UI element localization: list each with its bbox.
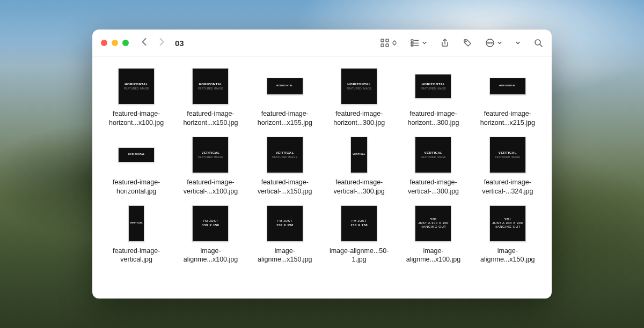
file-name: image-alignme...50-1.jpg xyxy=(324,247,394,265)
svg-rect-6 xyxy=(411,45,413,46)
desktop-wallpaper: 03 xyxy=(0,0,644,328)
file-item[interactable]: YO!JUST A 300 X 200HANGING OUTimage-alig… xyxy=(472,204,543,265)
minimize-button[interactable] xyxy=(112,40,118,46)
group-by-button[interactable] xyxy=(410,38,427,48)
file-thumbnail: VERTICALFEATURED IMAGE xyxy=(267,135,303,175)
svg-line-16 xyxy=(540,44,542,47)
search-button[interactable] xyxy=(533,38,543,48)
svg-rect-2 xyxy=(381,44,384,47)
file-item[interactable]: HORIZONTALfeatured-image-horizont...x215… xyxy=(472,66,543,128)
svg-rect-3 xyxy=(386,44,389,47)
file-name: featured-image-vertical-...324.jpg xyxy=(472,178,543,196)
file-name: featured-image-horizont...300.jpg xyxy=(398,109,469,128)
file-grid-area[interactable]: HORIZONTALFEATURED IMAGEfeatured-image-h… xyxy=(92,57,552,299)
file-item[interactable]: I'M JUST150 X 150image-alignme...x150.jp… xyxy=(250,204,320,265)
forward-button[interactable] xyxy=(158,38,165,48)
finder-window: 03 xyxy=(92,29,552,299)
file-thumbnail: I'M JUST150 X 150 xyxy=(267,204,303,243)
file-item[interactable]: I'M JUST150 X 150image-alignme...50-1.jp… xyxy=(324,204,394,265)
view-icons-button[interactable] xyxy=(380,38,397,48)
file-grid: HORIZONTALFEATURED IMAGEfeatured-image-h… xyxy=(101,66,543,264)
file-thumbnail: I'M JUST150 X 150 xyxy=(192,204,229,243)
file-name: featured-image-vertical-...300.jpg xyxy=(398,178,469,196)
more-actions-button[interactable] xyxy=(485,38,502,48)
file-item[interactable]: HORIZONTALfeatured-image-horizont...x155… xyxy=(250,66,320,128)
file-name: image-alignme...x100.jpg xyxy=(398,247,469,265)
file-thumbnail: HORIZONTALFEATURED IMAGE xyxy=(118,66,155,106)
file-name: image-alignme...x100.jpg xyxy=(175,247,246,265)
file-name: featured-image-vertical-...x100.jpg xyxy=(175,178,246,196)
svg-rect-5 xyxy=(411,42,413,44)
file-thumbnail: HORIZONTALFEATURED IMAGE xyxy=(341,66,377,106)
file-name: featured-image-vertical-...x150.jpg xyxy=(250,178,320,196)
file-name: image-alignme...x150.jpg xyxy=(250,247,320,265)
file-name: featured-image-horizontal.jpg xyxy=(101,178,172,196)
dropdown-button[interactable] xyxy=(515,40,521,46)
file-thumbnail: HORIZONTAL xyxy=(267,66,303,106)
file-name: featured-image-horizont...300.jpg xyxy=(324,109,394,128)
svg-point-14 xyxy=(492,42,493,43)
file-name: featured-image-horizont...x100.jpg xyxy=(101,109,172,128)
svg-point-12 xyxy=(488,42,489,43)
file-thumbnail: HORIZONTAL xyxy=(489,66,526,106)
file-item[interactable]: HORIZONTALFEATURED IMAGEfeatured-image-h… xyxy=(101,66,172,128)
file-item[interactable]: VERTICALfeatured-image-vertical.jpg xyxy=(101,204,172,265)
file-item[interactable]: VERTICALfeatured-image-vertical-...300.j… xyxy=(324,135,394,196)
file-item[interactable]: VERTICALFEATURED IMAGEfeatured-image-ver… xyxy=(472,135,543,196)
file-thumbnail: YO!JUST A 300 X 200HANGING OUT xyxy=(489,204,526,243)
fullscreen-button[interactable] xyxy=(122,40,129,46)
file-thumbnail: VERTICAL xyxy=(128,204,144,243)
file-thumbnail: VERTICALFEATURED IMAGE xyxy=(415,135,451,175)
file-thumbnail: YO!JUST A 300 X 200HANGING OUT xyxy=(415,204,451,243)
file-item[interactable]: VERTICALFEATURED IMAGEfeatured-image-ver… xyxy=(250,135,320,196)
file-item[interactable]: VERTICALFEATURED IMAGEfeatured-image-ver… xyxy=(175,135,246,196)
svg-point-10 xyxy=(465,41,466,42)
file-item[interactable]: YO!JUST A 300 X 200HANGING OUTimage-alig… xyxy=(398,204,469,265)
file-thumbnail: I'M JUST150 X 150 xyxy=(341,204,377,243)
tags-button[interactable] xyxy=(463,38,472,48)
close-button[interactable] xyxy=(101,40,107,46)
file-thumbnail: HORIZONTALFEATURED IMAGE xyxy=(415,66,451,106)
file-name: image-alignme...x150.jpg xyxy=(472,247,543,265)
file-item[interactable]: I'M JUST150 X 150image-alignme...x100.jp… xyxy=(175,204,246,265)
svg-rect-4 xyxy=(411,40,413,41)
file-name: featured-image-vertical.jpg xyxy=(101,247,172,265)
file-name: featured-image-horizont...x155.jpg xyxy=(250,109,320,128)
file-thumbnail: HORIZONTAL xyxy=(118,135,155,175)
file-item[interactable]: HORIZONTALfeatured-image-horizontal.jpg xyxy=(101,135,172,196)
svg-rect-1 xyxy=(386,39,389,42)
file-item[interactable]: VERTICALFEATURED IMAGEfeatured-image-ver… xyxy=(398,135,469,196)
toolbar-group xyxy=(380,38,543,48)
share-button[interactable] xyxy=(440,38,450,48)
file-name: featured-image-horizont...x215.jpg xyxy=(472,109,543,128)
window-title: 03 xyxy=(175,39,184,48)
file-item[interactable]: HORIZONTALFEATURED IMAGEfeatured-image-h… xyxy=(324,66,394,128)
titlebar: 03 xyxy=(92,29,552,57)
traffic-lights xyxy=(101,40,129,46)
back-button[interactable] xyxy=(141,38,148,48)
nav-buttons xyxy=(141,38,165,48)
file-thumbnail: VERTICALFEATURED IMAGE xyxy=(192,135,229,175)
svg-point-13 xyxy=(489,42,491,43)
file-thumbnail: VERTICALFEATURED IMAGE xyxy=(489,135,526,175)
file-item[interactable]: HORIZONTALFEATURED IMAGEfeatured-image-h… xyxy=(398,66,469,128)
file-item[interactable]: HORIZONTALFEATURED IMAGEfeatured-image-h… xyxy=(175,66,246,128)
file-thumbnail: HORIZONTALFEATURED IMAGE xyxy=(192,66,229,106)
file-thumbnail: VERTICAL xyxy=(350,135,368,175)
file-name: featured-image-vertical-...300.jpg xyxy=(324,178,394,196)
svg-rect-0 xyxy=(381,39,384,42)
file-name: featured-image-horizont...x150.jpg xyxy=(175,109,246,128)
